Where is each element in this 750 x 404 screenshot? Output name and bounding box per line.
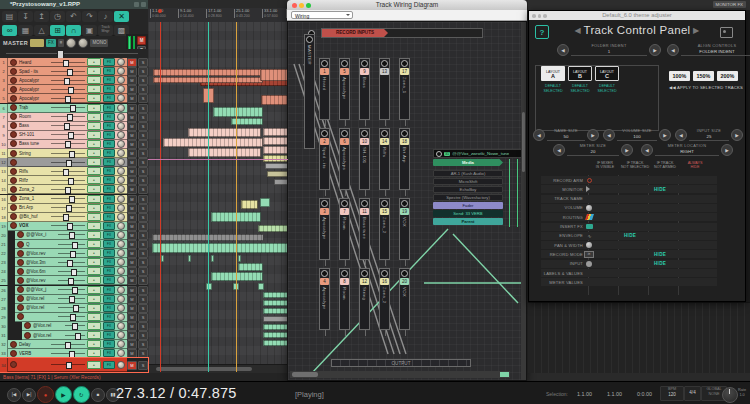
media-item[interactable] [263,340,288,346]
image-button[interactable] [720,27,733,38]
pan-knob[interactable] [117,295,125,303]
track-strip[interactable]: Trąb●FX [8,104,127,113]
wiring-track-node[interactable]: 11Bass tune [359,198,370,260]
fx-button[interactable]: FX [103,340,115,348]
mute-button[interactable]: M [127,176,137,185]
media-item[interactable] [238,255,241,262]
popup-row-fx[interactable]: AR-1 (Kush Audio) [433,170,503,177]
route-button[interactable]: ● [87,104,101,112]
pan-knob[interactable] [117,104,125,112]
fx-button[interactable]: FX [103,131,115,139]
record-arm-icon[interactable] [10,159,17,166]
mute-button[interactable]: M [127,58,137,67]
track-row[interactable]: 14Riffz●FXMS [0,176,148,185]
metronome-icon[interactable]: ♪ [98,11,113,22]
fx-button[interactable]: FX [103,149,115,157]
pan-knob[interactable] [117,322,125,330]
pan-knob[interactable] [117,313,125,321]
fader-handle[interactable] [67,260,73,267]
media-item[interactable] [206,283,212,290]
record-arm-icon[interactable] [24,322,31,329]
record-arm-icon[interactable] [17,286,24,293]
solo-button[interactable]: S [138,249,148,258]
bpm-box[interactable]: BPM120 [660,386,684,401]
fader-handle[interactable] [63,169,69,176]
route-button[interactable]: ● [87,231,101,239]
solo-button[interactable]: S [138,158,148,167]
mute-button[interactable]: M [127,340,137,349]
mute-button[interactable]: M [127,258,137,267]
track-volume-fader[interactable] [58,316,85,317]
pan-knob[interactable] [117,304,125,312]
record-arm-icon[interactable] [10,104,17,111]
route-button[interactable]: ● [87,204,101,212]
track-strip[interactable]: @Vox.rel●FX [15,295,127,304]
fx-button[interactable]: FX [103,195,115,203]
record-arm-icon[interactable] [10,131,17,138]
track-volume-fader[interactable] [58,234,85,235]
route-button[interactable]: ● [87,176,101,184]
wiring-track-node[interactable]: 20VOX [399,268,410,330]
grid-icon[interactable]: ⊞ [50,25,65,36]
track-volume-fader[interactable] [51,71,85,72]
route-button[interactable]: ● [87,258,101,266]
route-button[interactable]: ● [87,213,101,221]
route-button[interactable]: ● [87,185,101,193]
track-name[interactable]: Spad - its [19,69,49,74]
track-row[interactable]: 30@Vox.rel●FXMS [0,322,148,331]
fader-handle[interactable] [75,333,81,340]
mute-button[interactable]: M [127,240,137,249]
fader-handle[interactable] [66,362,72,369]
wiring-track-node[interactable]: 15Zona_2 [379,198,390,260]
solo-button[interactable]: S [138,267,148,276]
wiring-resize-grip[interactable] [500,372,509,377]
media-item[interactable] [263,316,288,322]
record-arm-icon[interactable] [17,304,24,311]
fader-handle[interactable] [68,278,74,285]
fader-handle[interactable] [72,287,78,294]
route-button[interactable]: ● [87,304,101,312]
media-item[interactable] [213,107,263,117]
decrement-button[interactable]: ◀ [675,129,687,141]
mute-button[interactable]: M [127,185,137,194]
track-volume-fader[interactable] [58,253,85,254]
fx-button[interactable]: FX [103,267,115,275]
route-button[interactable]: ● [87,122,101,130]
hide-setting[interactable]: HIDE [624,233,636,238]
marker-dot[interactable] [158,9,162,13]
pan-knob[interactable] [117,231,125,239]
solo-button[interactable]: S [138,222,148,231]
pan-knob[interactable] [117,276,125,284]
track-name[interactable]: @@Vox_j [26,287,56,292]
track-manager-button[interactable]: Track Mngr [98,25,113,36]
route-button[interactable]: ● [87,361,101,369]
pan-knob[interactable] [117,176,125,184]
solo-button[interactable]: S [138,149,148,158]
mute-button[interactable]: M [127,304,137,313]
fader-handle[interactable] [64,123,70,130]
mute-button[interactable]: M [127,67,137,76]
fader-handle[interactable] [71,269,77,276]
adjuster-titlebar[interactable]: Default_6.0 theme adjuster [529,11,745,20]
route-button[interactable]: ● [87,167,101,175]
mixer-icon[interactable]: ▦ [18,25,33,36]
fader-handle[interactable] [67,114,73,121]
media-item[interactable] [188,255,191,262]
fx-button[interactable]: FX [103,113,115,121]
route-button[interactable]: ● [87,267,101,275]
media-item[interactable] [163,138,263,147]
track-volume-fader[interactable] [51,364,85,365]
record-arm-icon[interactable] [10,150,17,157]
solo-button[interactable]: S [138,213,148,222]
track-row[interactable]: 1Heard●FXMS [0,58,148,67]
track-name[interactable]: @Vox.rel [26,305,56,310]
track-volume-fader[interactable] [51,107,85,108]
fader-handle[interactable] [69,296,75,303]
record-arm-icon[interactable] [10,350,17,357]
solo-button[interactable]: S [138,122,148,131]
mute-button[interactable]: M [127,322,137,331]
decrement-button[interactable]: ◀ [603,129,615,141]
fx-button[interactable]: FX [103,313,115,321]
fader-handle[interactable] [70,251,76,258]
selection-end[interactable]: 1.1.00 [607,391,622,397]
